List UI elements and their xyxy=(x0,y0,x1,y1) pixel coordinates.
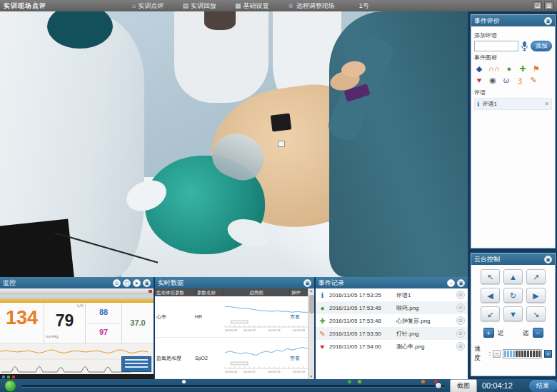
view-trend-link[interactable]: 查看 xyxy=(290,313,308,321)
comment-input[interactable] xyxy=(474,41,518,51)
tab-remote-adjust-label: 远程调整现场 xyxy=(296,1,335,11)
zoom-out-button[interactable]: － xyxy=(533,328,543,338)
view-snapshot-button[interactable]: ⊙ xyxy=(456,342,465,351)
event-eval-title: 事件评价 xyxy=(474,16,500,26)
event-record-row[interactable]: ✎2016/11/05 17:53:50打针.png⊙ xyxy=(316,327,468,340)
event-label: 心肺复苏.png xyxy=(396,317,453,325)
iv-drip-icon[interactable]: ✚ xyxy=(518,64,527,74)
event-record-title: 事件记录 xyxy=(318,278,344,288)
event-label: 评语1 xyxy=(396,291,453,299)
event-eval-panel: 事件评价 ▣ 添加评语 添加 xyxy=(471,14,556,248)
svg-text:00:00:13: 00:00:13 xyxy=(268,328,281,332)
live-video-feed[interactable] xyxy=(0,11,468,277)
snapshot-icon[interactable]: ▣ xyxy=(303,279,311,287)
app-window: 实训现场点评 ⌂实训点评▤实训回放▦基础设置☺远程调整现场 1号 ⊟⊠ xyxy=(0,0,557,392)
comment-list: ℹ评语1✕ xyxy=(474,98,552,110)
lungs-icon[interactable]: ∩∩ xyxy=(488,64,500,74)
svg-text:00:00:07: 00:00:07 xyxy=(244,370,256,373)
scrollbar-thumb[interactable] xyxy=(309,295,314,313)
add-comment-button[interactable]: 添加 xyxy=(531,41,552,51)
monitor-title: 监控 xyxy=(3,278,16,288)
svg-text:00:00:03: 00:00:03 xyxy=(225,370,238,373)
speed-plus-button[interactable]: ＋ xyxy=(544,350,552,358)
pan-auto-button[interactable]: ↻ xyxy=(503,288,523,303)
tab-replay-label: 实训回放 xyxy=(191,1,216,11)
tab-live-review[interactable]: ⌂实训点评 xyxy=(132,1,164,11)
delete-comment-icon[interactable]: ✕ xyxy=(544,101,549,107)
column-header: 趋势图 xyxy=(224,288,289,296)
pan-right-button[interactable]: ▶ xyxy=(526,288,546,303)
remote-taskbar xyxy=(0,374,154,379)
replay-icon: ▤ xyxy=(182,2,189,9)
end-session-button[interactable]: 结束 xyxy=(528,379,557,392)
record-icon[interactable]: ⊙ xyxy=(113,279,121,287)
param-abbr: SpO2 xyxy=(195,356,222,361)
comment-icon: ℹ xyxy=(318,291,326,299)
speed-meter[interactable] xyxy=(503,349,542,358)
zoom-out-label: 远 xyxy=(523,328,529,338)
session-timeline[interactable] xyxy=(21,379,445,392)
snapshot-icon[interactable]: ▣ xyxy=(143,279,151,287)
bp-value: 79 xyxy=(46,308,84,334)
event-record-row[interactable]: ✚2016/11/05 17:53:48心肺复苏.png⊙ xyxy=(316,314,468,327)
pill-icon[interactable]: ● xyxy=(505,64,513,74)
pause-icon[interactable]: ◫ xyxy=(123,279,131,287)
zoom-in-label: 近 xyxy=(498,328,504,338)
comment-list-item[interactable]: ℹ评语1✕ xyxy=(474,98,552,110)
comment-label: 评语1 xyxy=(482,100,496,108)
svg-text:00:00:19: 00:00:19 xyxy=(293,328,306,332)
waveform-area xyxy=(0,343,154,374)
eye-icon[interactable]: ◉ xyxy=(488,76,497,85)
share-icon[interactable]: ➤ xyxy=(133,279,141,287)
pan-down-right-button[interactable]: ↘ xyxy=(526,306,546,321)
pan-down-button[interactable]: ▼ xyxy=(503,306,523,321)
tab-replay[interactable]: ▤实训回放 xyxy=(182,1,216,11)
scrollbar[interactable]: ▲ ▼ xyxy=(308,288,314,379)
zoom-in-button[interactable]: ＋ xyxy=(483,328,494,338)
column-header: 参数名称 xyxy=(196,288,223,296)
collapse-icon[interactable]: − xyxy=(447,279,455,287)
column-header: 操作 xyxy=(290,288,308,296)
view-trend-link[interactable]: 查看 xyxy=(290,355,308,362)
event-record-row[interactable]: ●2016/11/05 17:53:45喂药.png⊙ xyxy=(316,301,468,314)
event-record-row[interactable]: ♥2016/11/05 17:54:00测心率.png⊙ xyxy=(316,340,468,353)
pin-icon[interactable]: ⚑ xyxy=(532,64,541,74)
minimize-button[interactable]: ⊟ xyxy=(533,1,542,10)
speed-label: 速度 xyxy=(474,344,487,363)
close-button[interactable]: ⊠ xyxy=(544,1,553,10)
scroll-up-icon[interactable]: ▲ xyxy=(310,288,313,293)
timeline-marker-comment xyxy=(182,380,186,383)
event-label: 测心率.png xyxy=(396,343,453,351)
snapshot-button[interactable]: 截图 xyxy=(450,379,477,392)
tab-settings-label: 基础设置 xyxy=(243,1,269,11)
timeline-track[interactable] xyxy=(21,385,445,387)
event-timestamp: 2016/11/05 17:54:00 xyxy=(329,343,393,350)
pan-up-button[interactable]: ▲ xyxy=(503,269,523,284)
pan-left-button[interactable]: ◀ xyxy=(481,288,500,303)
event-eval-header: 事件评价 ▣ xyxy=(471,15,555,26)
event-timestamp: 2016/11/05 17:53:50 xyxy=(329,331,393,337)
scroll-down-icon[interactable]: ▼ xyxy=(310,374,313,379)
view-snapshot-button[interactable]: ⊙ xyxy=(456,316,465,325)
diamond-icon[interactable]: ◆ xyxy=(475,64,483,74)
timeline-thumb[interactable] xyxy=(435,382,442,389)
pan-down-left-button[interactable]: ↙ xyxy=(481,306,500,321)
snapshot-icon[interactable]: ▣ xyxy=(457,279,465,287)
speed-minus-button[interactable]: － xyxy=(493,350,501,358)
stomach-icon[interactable]: ʒ xyxy=(516,76,524,85)
pan-up-left-button[interactable]: ↖ xyxy=(481,269,500,284)
lips-icon[interactable]: ω xyxy=(502,76,511,85)
panel-collapse-icon[interactable]: ▣ xyxy=(544,256,552,263)
panel-collapse-icon[interactable]: ▣ xyxy=(544,17,552,25)
event-record-row[interactable]: ℹ2016/11/05 17:53:25评语1⊙ xyxy=(316,288,468,301)
microphone-icon[interactable] xyxy=(521,41,528,51)
tab-remote-adjust[interactable]: ☺远程调整现场 xyxy=(287,1,334,11)
param-name: 血氧饱和度 xyxy=(155,355,195,362)
view-snapshot-button[interactable]: ⊙ xyxy=(456,291,465,299)
pan-up-right-button[interactable]: ↗ xyxy=(526,269,546,284)
view-snapshot-button[interactable]: ⊙ xyxy=(456,329,465,338)
syringe-icon[interactable]: ✎ xyxy=(529,76,538,85)
tab-settings[interactable]: ▦基础设置 xyxy=(235,1,269,11)
heart-icon[interactable]: ♥ xyxy=(475,76,483,85)
view-snapshot-button[interactable]: ⊙ xyxy=(456,303,465,312)
